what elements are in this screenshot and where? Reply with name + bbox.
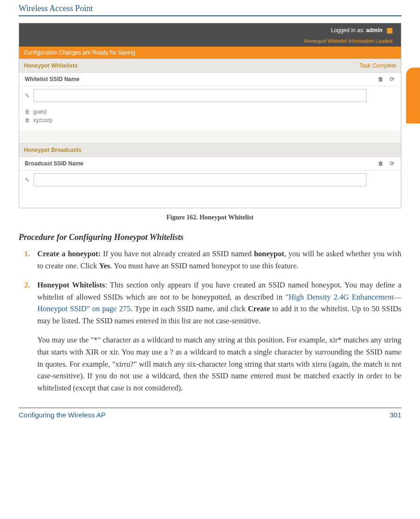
logged-in-user: admin bbox=[366, 27, 382, 34]
section-gap bbox=[19, 130, 401, 143]
screenshot-topbar: Logged in as: admin bbox=[19, 23, 401, 37]
step-2: 2.Honeypot Whitelists: This section only… bbox=[37, 279, 401, 327]
step-number: 1. bbox=[24, 248, 33, 260]
step-lead: Honeypot Whitelists bbox=[37, 280, 105, 289]
step-text: If you have not already created an SSID … bbox=[101, 249, 254, 258]
delete-all-icon[interactable]: 🗑 bbox=[378, 76, 384, 82]
step-lead: Create a honeypot: bbox=[37, 249, 101, 258]
inline-bold: XIR bbox=[85, 348, 98, 356]
step-text: . Type in each SSID name, and click bbox=[131, 304, 248, 313]
lock-icon bbox=[387, 28, 392, 34]
step-text: You may use the " bbox=[37, 335, 94, 344]
honeypot-screenshot: Logged in as: admin Honeypot Whitelist I… bbox=[19, 23, 401, 208]
whitelist-input-row: ✎ bbox=[19, 86, 401, 105]
page-header-title: Wireless Access Point bbox=[19, 0, 401, 15]
broadcasts-title: Honeypot Broadcasts bbox=[24, 147, 82, 153]
step-number: 2. bbox=[24, 279, 33, 291]
step-2-continuation: You may use the "*" character as a wildc… bbox=[37, 334, 401, 394]
step-text: . You must have an SSID named honeypot t… bbox=[110, 261, 298, 270]
page-footer: Configuring the Wireless AP 301 bbox=[19, 411, 401, 425]
refresh-icon[interactable]: ⟳ bbox=[389, 160, 395, 167]
inline-bold: xir bbox=[110, 348, 117, 356]
broadcast-ssid-input[interactable] bbox=[34, 173, 366, 186]
refresh-icon[interactable]: ⟳ bbox=[389, 76, 395, 82]
wildcard-question: ? bbox=[170, 348, 173, 356]
step-text: " will match any six-character long stri… bbox=[134, 360, 312, 369]
footer-rule bbox=[19, 408, 401, 408]
whitelist-item-label: xyzcorp bbox=[33, 117, 52, 123]
footer-page-number: 301 bbox=[390, 411, 401, 419]
inline-bold: honeypot bbox=[254, 249, 284, 258]
inline-bold: xirru bbox=[312, 360, 327, 369]
broadcast-input-row: ✎ bbox=[19, 171, 401, 189]
list-item: 🗑 guest bbox=[25, 108, 395, 116]
list-item: 🗑 xyzcorp bbox=[25, 116, 395, 124]
delete-all-icon[interactable]: 🗑 bbox=[378, 160, 384, 167]
figure-caption: Figure 162. Honeypot Whitelist bbox=[19, 214, 401, 221]
step-1: 1.Create a honeypot: If you have not alr… bbox=[37, 248, 401, 272]
edit-icon[interactable]: ✎ bbox=[25, 92, 30, 99]
whitelists-section-header: Honeypot Whitelists Task Complete bbox=[19, 59, 401, 73]
whitelist-item-label: guest bbox=[33, 109, 47, 115]
trash-icon[interactable]: 🗑 bbox=[25, 109, 30, 115]
whitelist-items: 🗑 guest 🗑 xyzcorp bbox=[19, 105, 401, 130]
logged-in-label: Logged in as: bbox=[331, 27, 365, 34]
inline-bold: Create bbox=[248, 304, 270, 313]
inline-bold: xirru? bbox=[115, 360, 133, 369]
whitelist-ssid-input[interactable] bbox=[34, 89, 366, 102]
whitelist-column-label: Whitelist SSID Name bbox=[25, 76, 79, 82]
edit-icon[interactable]: ✎ bbox=[25, 177, 30, 184]
config-changes-bar: Configuration Changes are Ready for Savi… bbox=[19, 47, 401, 59]
procedure-heading: Procedure for Configuring Honeypot White… bbox=[19, 232, 401, 242]
broadcasts-section-header: Honeypot Broadcasts bbox=[19, 143, 401, 157]
blank-area bbox=[19, 189, 401, 208]
step-text: or bbox=[99, 348, 110, 356]
footer-section-title: Configuring the Wireless AP bbox=[19, 411, 106, 419]
task-complete-link[interactable]: Task Complete bbox=[359, 62, 396, 69]
trash-icon[interactable]: 🗑 bbox=[25, 117, 30, 123]
broadcast-column-label: Broadcast SSID Name bbox=[25, 160, 83, 167]
side-tab-indicator bbox=[406, 68, 420, 123]
whitelist-column-row: Whitelist SSID Name 🗑 ⟳ bbox=[19, 73, 401, 86]
step-text: . You may use a bbox=[117, 348, 170, 356]
inline-bold: Yes bbox=[99, 261, 110, 270]
screenshot-status: Honeypot Whitelist Information Loaded bbox=[19, 37, 401, 47]
whitelists-title: Honeypot Whitelists bbox=[24, 62, 77, 69]
broadcast-column-row: Broadcast SSID Name 🗑 ⟳ bbox=[19, 157, 401, 171]
header-rule bbox=[19, 15, 401, 16]
